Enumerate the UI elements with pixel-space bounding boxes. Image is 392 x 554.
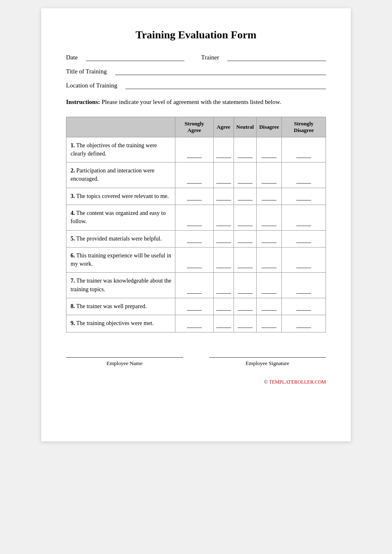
employee-signature-block: Employee Signature <box>209 357 326 367</box>
signature-section: Employee Name Employee Signature <box>66 357 326 367</box>
answer-neutral-9 <box>234 315 257 332</box>
header-strongly-disagree: Strongly Disagree <box>282 117 326 137</box>
title-label: Title of Training <box>66 68 107 75</box>
answer-strongly-agree-3 <box>175 188 213 205</box>
answer-strongly-agree-5 <box>175 230 213 247</box>
answer-line <box>187 288 202 294</box>
answer-strongly-disagree-2 <box>282 163 326 188</box>
statement-cell-4: 4. The content was organized and easy to… <box>66 205 175 230</box>
answer-strongly-disagree-7 <box>282 273 326 298</box>
answer-line <box>187 178 202 184</box>
statement-text-5: 5. The provided materials were helpful. <box>71 236 162 242</box>
statement-cell-8: 8. The trainer was well prepared. <box>66 298 175 315</box>
answer-disagree-8 <box>257 298 282 315</box>
answer-line <box>216 152 231 158</box>
statement-cell-5: 5. The provided materials were helpful. <box>66 230 175 247</box>
statement-cell-1: 1. The objectives of the training were c… <box>66 137 175 163</box>
answer-line <box>216 178 231 184</box>
answer-line <box>296 237 311 243</box>
answer-strongly-agree-6 <box>175 247 213 273</box>
employee-name-line <box>66 357 183 358</box>
answer-line <box>296 288 311 294</box>
answer-neutral-5 <box>234 230 257 247</box>
answer-line <box>262 288 276 294</box>
answer-disagree-9 <box>257 315 282 332</box>
answer-line <box>187 262 202 268</box>
employee-signature-line <box>209 357 326 358</box>
answer-line <box>296 262 311 268</box>
answer-line <box>187 322 202 328</box>
footer: © TEMPLATEROLLER.COM <box>66 379 326 385</box>
answer-strongly-disagree-1 <box>282 137 326 163</box>
answer-agree-5 <box>213 230 234 247</box>
answer-strongly-disagree-3 <box>282 188 326 205</box>
answer-line <box>262 237 276 243</box>
answer-line <box>216 288 231 294</box>
answer-strongly-disagree-6 <box>282 247 326 273</box>
answer-agree-6 <box>213 247 234 273</box>
statement-text-9: 9. The training objectives were met. <box>71 320 154 326</box>
date-trainer-row: Date Trainer <box>66 54 326 61</box>
table-row: 4. The content was organized and easy to… <box>66 205 326 230</box>
answer-disagree-2 <box>257 163 282 188</box>
answer-disagree-6 <box>257 247 282 273</box>
employee-name-block: Employee Name <box>66 357 183 367</box>
answer-line <box>238 288 253 294</box>
answer-agree-2 <box>213 163 234 188</box>
answer-strongly-agree-4 <box>175 205 213 230</box>
answer-disagree-1 <box>257 137 282 163</box>
table-row: 3. The topics covered were relevant to m… <box>66 188 326 205</box>
answer-strongly-agree-2 <box>175 163 213 188</box>
answer-line <box>238 322 253 328</box>
answer-line <box>262 322 276 328</box>
answer-neutral-2 <box>234 163 257 188</box>
page: Training Evaluation Form Date Trainer Ti… <box>41 8 351 441</box>
answer-line <box>187 305 202 311</box>
location-label: Location of Training <box>66 82 117 89</box>
location-line <box>125 82 326 89</box>
title-row: Title of Training <box>66 68 326 75</box>
table-row: 1. The objectives of the training were c… <box>66 137 326 163</box>
templateroller-link[interactable]: TEMPLATEROLLER.COM <box>269 379 326 385</box>
answer-line <box>187 237 202 243</box>
employee-signature-label: Employee Signature <box>209 360 326 367</box>
trainer-label: Trainer <box>201 54 219 61</box>
answer-line <box>238 262 253 268</box>
answer-line <box>296 178 311 184</box>
answer-line <box>187 152 202 158</box>
statement-text-3: 3. The topics covered were relevant to m… <box>71 193 169 199</box>
header-strongly-agree: Strongly Agree <box>175 117 213 137</box>
answer-strongly-agree-8 <box>175 298 213 315</box>
answer-line <box>238 195 253 200</box>
answer-line <box>238 220 253 226</box>
statement-text-2: 2. Participation and interaction were en… <box>71 167 154 182</box>
answer-line <box>216 237 231 243</box>
answer-line <box>216 262 231 268</box>
statement-text-1: 1. The objectives of the training were c… <box>71 142 157 157</box>
page-title: Training Evaluation Form <box>66 29 326 41</box>
answer-neutral-6 <box>234 247 257 273</box>
table-row: 5. The provided materials were helpful. <box>66 230 326 247</box>
header-statement <box>66 117 175 137</box>
answer-line <box>262 152 276 158</box>
answer-line <box>238 237 253 243</box>
header-disagree: Disagree <box>257 117 282 137</box>
statement-text-8: 8. The trainer was well prepared. <box>71 303 146 309</box>
answer-line <box>296 220 311 226</box>
answer-agree-9 <box>213 315 234 332</box>
answer-strongly-agree-7 <box>175 273 213 298</box>
answer-strongly-agree-1 <box>175 137 213 163</box>
statement-cell-2: 2. Participation and interaction were en… <box>66 163 175 188</box>
evaluation-table: Strongly Agree Agree Neutral Disagree St… <box>66 117 326 332</box>
table-row: 7. The trainer was knowledgeable about t… <box>66 273 326 298</box>
statement-cell-6: 6. This training experience will be usef… <box>66 247 175 273</box>
answer-line <box>216 322 231 328</box>
answer-line <box>296 195 311 200</box>
header-neutral: Neutral <box>234 117 257 137</box>
answer-agree-3 <box>213 188 234 205</box>
statement-text-4: 4. The content was organized and easy to… <box>71 210 165 224</box>
table-row: 8. The trainer was well prepared. <box>66 298 326 315</box>
answer-agree-4 <box>213 205 234 230</box>
answer-neutral-1 <box>234 137 257 163</box>
answer-agree-8 <box>213 298 234 315</box>
